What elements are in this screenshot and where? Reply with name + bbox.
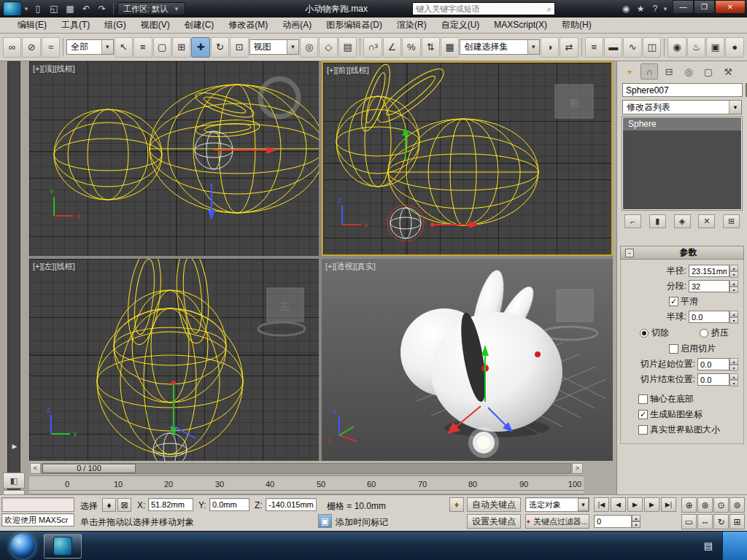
sign-in-icon[interactable]: ◉ xyxy=(619,2,633,15)
menu-customize[interactable]: 自定义(U) xyxy=(434,18,487,33)
selection-filter-dropdown[interactable]: 全部 ▼ xyxy=(66,39,113,55)
bind-to-space-warp-icon[interactable]: ≈ xyxy=(42,37,60,58)
menu-graph-editors[interactable]: 图形编辑器(D) xyxy=(319,18,390,33)
new-scene-icon[interactable]: ▯ xyxy=(31,2,45,15)
slice-from-input[interactable] xyxy=(697,358,729,370)
minimize-button[interactable]: — xyxy=(673,0,694,14)
parameters-rollout-header[interactable]: - 参数 xyxy=(620,246,744,260)
z-coordinate-input[interactable] xyxy=(268,499,314,510)
viewport-layout-button-a[interactable]: ◧ xyxy=(3,472,25,489)
select-by-name-icon[interactable]: ≡ xyxy=(133,37,152,58)
keyboard-override-icon[interactable]: ▤ xyxy=(338,37,357,58)
configure-modifier-sets-icon[interactable]: ⊞ xyxy=(723,214,740,228)
tab-hierarchy-icon[interactable]: ⊟ xyxy=(660,63,678,79)
spin-up-icon[interactable]: ▴ xyxy=(729,280,738,287)
show-end-result-icon[interactable]: ▮ xyxy=(649,214,666,228)
help-icon[interactable]: ? xyxy=(648,2,662,15)
slice-from-spinner[interactable]: ▴▾ xyxy=(697,358,738,370)
render-setup-icon[interactable]: ♨ xyxy=(687,37,705,58)
auto-key-button[interactable]: 自动关键点 xyxy=(467,497,521,512)
application-menu-logo-icon[interactable] xyxy=(3,1,22,16)
collapse-icon[interactable]: - xyxy=(625,249,634,257)
pan-view-icon[interactable]: ⇔ xyxy=(697,514,713,529)
squash-radio[interactable] xyxy=(700,329,708,338)
next-frame-arrow[interactable]: > xyxy=(572,463,583,474)
previous-frame-arrow[interactable]: < xyxy=(30,463,41,474)
menu-tools[interactable]: 工具(T) xyxy=(54,18,97,33)
unlink-selection-icon[interactable]: ⊘ xyxy=(22,37,40,58)
macro-recorder-field[interactable] xyxy=(1,497,74,512)
left-toolbar-strip[interactable]: ▶ xyxy=(7,61,20,494)
set-key-button[interactable]: 设置关键点 xyxy=(467,514,521,529)
select-object-icon[interactable]: ↖ xyxy=(115,37,133,58)
chevron-down-icon[interactable]: ▼ xyxy=(527,40,539,54)
spin-up-icon[interactable]: ▴ xyxy=(729,358,738,365)
viewport-left[interactable]: [+][左][线框] 左 xyxy=(29,259,319,461)
track-bar[interactable]: 0 10 20 30 40 50 60 70 80 90 100 xyxy=(29,475,584,494)
y-coordinate-input[interactable] xyxy=(212,499,247,510)
schematic-view-icon[interactable]: ◫ xyxy=(643,37,661,58)
spin-down-icon[interactable]: ▾ xyxy=(729,271,738,278)
viewport-top-label[interactable]: [+][顶][线框] xyxy=(33,63,75,74)
application-menu-caret-icon[interactable]: ▼ xyxy=(23,6,29,12)
spin-down-icon[interactable]: ▾ xyxy=(729,380,738,386)
time-slider-handle[interactable]: 0 / 100 xyxy=(42,464,136,473)
layer-manager-icon[interactable]: ≡ xyxy=(585,37,603,58)
set-key-mode-icon[interactable]: ♦ xyxy=(449,497,464,512)
key-icon[interactable]: ♦ xyxy=(102,498,116,512)
menu-animation[interactable]: 动画(A) xyxy=(275,18,319,33)
add-time-tag-label[interactable]: 添加时间标记 xyxy=(336,516,388,529)
time-tag-icon[interactable]: ▣ xyxy=(318,514,332,528)
object-name-field[interactable] xyxy=(622,83,743,97)
zoom-extents-all-icon[interactable]: ⊚ xyxy=(729,497,745,513)
chevron-down-icon[interactable]: ▼ xyxy=(729,101,741,114)
modifier-stack[interactable]: Sphere xyxy=(622,117,742,210)
viewport-perspective-label[interactable]: [+][透视][真实] xyxy=(325,261,376,272)
reference-coordinate-dropdown[interactable]: 视图 ▼ xyxy=(249,39,299,55)
pin-stack-icon[interactable]: ⌐ xyxy=(624,214,641,228)
spin-down-icon[interactable]: ▾ xyxy=(729,287,738,293)
radius-input[interactable] xyxy=(689,265,729,277)
current-frame-input[interactable] xyxy=(597,516,629,527)
help-caret-icon[interactable]: ▼ xyxy=(662,6,668,12)
spin-up-icon[interactable]: ▴ xyxy=(632,515,640,521)
slice-on-checkbox[interactable] xyxy=(669,344,678,354)
align-icon[interactable]: ⇄ xyxy=(560,37,578,58)
select-and-scale-icon[interactable]: ⊡ xyxy=(230,37,248,58)
spin-down-icon[interactable]: ▾ xyxy=(632,521,640,528)
ribbon-toggle-icon[interactable]: ▬ xyxy=(604,37,622,58)
maxscript-listener-field[interactable]: 欢迎使用 MAXScr xyxy=(1,513,74,526)
maximize-viewport-toggle-icon[interactable]: ⊞ xyxy=(729,514,745,529)
x-coordinate-input[interactable] xyxy=(151,499,190,510)
segments-input[interactable] xyxy=(689,280,729,292)
current-frame-field[interactable] xyxy=(594,515,632,528)
tab-utilities-icon[interactable]: ⚒ xyxy=(719,63,737,79)
spin-up-icon[interactable]: ▴ xyxy=(729,373,738,380)
play-animation-icon[interactable]: ▶ xyxy=(627,497,643,512)
menu-views[interactable]: 视图(V) xyxy=(133,18,177,33)
menu-modifiers[interactable]: 修改器(M) xyxy=(221,18,275,33)
strip-expand-arrow-icon[interactable]: ▶ xyxy=(11,443,18,450)
viewport-left-label[interactable]: [+][左][线框] xyxy=(33,261,75,272)
key-filters-button[interactable]: ♦ 关键点过滤器... xyxy=(525,514,589,529)
spin-down-icon[interactable]: ▾ xyxy=(729,317,738,324)
select-and-link-icon[interactable]: ∞ xyxy=(3,37,21,58)
open-file-icon[interactable]: ◱ xyxy=(47,2,61,15)
viewport-front[interactable]: [+][前][线框] 前 xyxy=(322,61,613,256)
viewport-top[interactable]: [+][顶][线框] xyxy=(29,61,319,256)
segments-spinner[interactable]: ▴▾ xyxy=(689,280,738,292)
window-crossing-icon[interactable]: ⊞ xyxy=(172,37,190,58)
hemisphere-spinner[interactable]: ▴▾ xyxy=(689,311,738,323)
lock-selection-icon[interactable]: ⊠ xyxy=(117,498,131,512)
key-mode-dropdown[interactable]: 选定对象 ▼ xyxy=(525,497,589,512)
tray-notification-icon[interactable]: ▤ xyxy=(700,538,716,554)
named-selection-sets-dropdown[interactable]: 创建选择集 ▼ xyxy=(460,39,539,55)
select-and-rotate-icon[interactable]: ↻ xyxy=(211,37,229,58)
use-pivot-center-icon[interactable]: ◎ xyxy=(300,37,318,58)
chop-radio[interactable] xyxy=(640,329,649,338)
radius-spinner[interactable]: ▴▾ xyxy=(689,265,738,277)
viewport-front-label[interactable]: [+][前][线框] xyxy=(327,65,369,76)
render-production-icon[interactable]: ● xyxy=(725,37,743,58)
stack-item-sphere[interactable]: Sphere xyxy=(623,117,741,131)
angle-snap-icon[interactable]: ∠ xyxy=(383,37,401,58)
